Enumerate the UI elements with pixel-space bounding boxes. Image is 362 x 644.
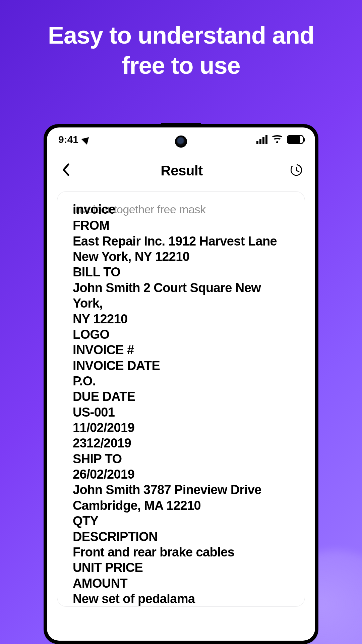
result-line: invoice — [73, 202, 289, 217]
status-right — [256, 135, 304, 145]
result-first-line-wrap: invoicer together free mask invoice — [73, 202, 289, 217]
result-line: 11/02/2019 — [73, 420, 289, 435]
result-line: 26/02/2019 — [73, 467, 289, 482]
status-time: 9:41 — [58, 134, 78, 145]
result-line: AMOUNT — [73, 576, 289, 591]
phone-frame: 9:41 Result — [44, 124, 318, 644]
result-line: NY 12210 — [73, 311, 289, 327]
result-card: invoicer together free mask invoice FROM… — [57, 191, 305, 607]
result-line: INVOICE # — [73, 342, 289, 358]
cellular-icon — [256, 135, 267, 144]
wifi-icon — [272, 135, 282, 145]
result-line: FROM — [73, 218, 289, 233]
phone-screen: 9:41 Result — [47, 127, 315, 641]
result-line: SHIP TO — [73, 451, 289, 467]
location-icon — [81, 134, 92, 145]
result-line: LOGO — [73, 327, 289, 342]
result-line: P.O. — [73, 373, 289, 389]
result-line: New set of pedalama — [73, 591, 289, 606]
battery-icon — [287, 135, 304, 144]
result-line: BILL TO — [73, 264, 289, 280]
headline-line-1: Easy to understand and — [0, 20, 362, 50]
promo-headline: Easy to understand and free to use — [0, 0, 362, 80]
result-line: New York, NY 12210 — [73, 249, 289, 264]
app-bar: Result — [47, 152, 315, 184]
result-line: John Smith 3787 Pineview Drive — [73, 482, 289, 497]
result-line: 2312/2019 — [73, 435, 289, 451]
result-line: US-001 — [73, 405, 289, 420]
headline-line-2: free to use — [0, 50, 362, 80]
result-line: Front and rear brake cables — [73, 544, 289, 560]
result-line: QTY — [73, 513, 289, 529]
status-left: 9:41 — [58, 134, 90, 145]
history-icon — [290, 163, 304, 177]
chevron-left-icon — [62, 163, 70, 176]
camera-punchhole — [175, 136, 187, 148]
result-line: Cambridge, MA 12210 — [73, 498, 289, 513]
back-button[interactable] — [58, 161, 74, 180]
result-line: John Smith 2 Court Square New York, — [73, 280, 289, 311]
history-button[interactable] — [290, 163, 304, 178]
result-line: INVOICE DATE — [73, 358, 289, 373]
result-line: DUE DATE — [73, 389, 289, 404]
result-line: East Repair Inc. 1912 Harvest Lane — [73, 233, 289, 249]
result-line: DESCRIPTION — [73, 529, 289, 544]
page-title: Result — [161, 163, 202, 179]
result-line: UNIT PRICE — [73, 560, 289, 575]
